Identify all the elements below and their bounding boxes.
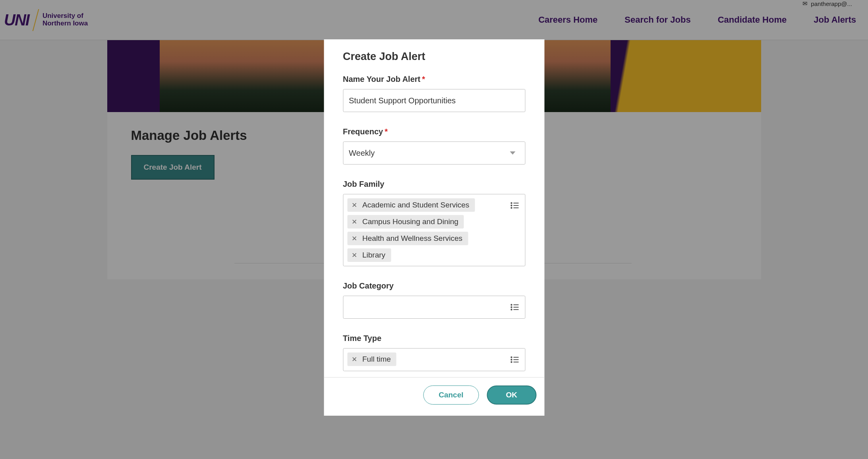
create-job-alert-modal: Create Job Alert Name Your Job Alert* Fr… xyxy=(324,39,544,416)
svg-point-2 xyxy=(511,205,512,206)
chip-label: Health and Wellness Services xyxy=(362,234,462,243)
job-category-label: Job Category xyxy=(343,281,525,291)
chip-label: Full time xyxy=(362,355,391,364)
list-picker-icon[interactable] xyxy=(510,201,519,210)
remove-chip-icon[interactable]: ✕ xyxy=(350,355,358,363)
time-type-multiselect[interactable]: ✕ Full time xyxy=(343,348,525,371)
name-field-group: Name Your Job Alert* xyxy=(343,75,525,112)
remove-chip-icon[interactable]: ✕ xyxy=(350,251,358,259)
chevron-down-icon xyxy=(510,151,515,155)
chip-library: ✕ Library xyxy=(347,248,391,262)
name-label: Name Your Job Alert* xyxy=(343,75,525,84)
list-picker-icon[interactable] xyxy=(510,355,519,364)
chip-academic-student-services: ✕ Academic and Student Services xyxy=(347,198,475,212)
frequency-select[interactable]: Weekly xyxy=(343,141,525,165)
chip-health-wellness: ✕ Health and Wellness Services xyxy=(347,232,468,245)
job-category-multiselect[interactable] xyxy=(343,296,525,319)
svg-point-12 xyxy=(511,357,512,358)
job-category-field-group: Job Category xyxy=(343,281,525,319)
remove-chip-icon[interactable]: ✕ xyxy=(350,201,358,209)
svg-point-4 xyxy=(511,207,512,208)
job-family-multiselect[interactable]: ✕ Academic and Student Services ✕ Campus… xyxy=(343,194,525,266)
time-type-field-group: Time Type ✕ Full time xyxy=(343,334,525,371)
ok-button[interactable]: OK xyxy=(487,385,537,405)
svg-point-8 xyxy=(511,307,512,308)
chip-label: Campus Housing and Dining xyxy=(362,217,458,226)
job-family-chips: ✕ Academic and Student Services ✕ Campus… xyxy=(347,198,505,262)
cancel-button[interactable]: Cancel xyxy=(423,385,479,405)
remove-chip-icon[interactable]: ✕ xyxy=(350,234,358,242)
remove-chip-icon[interactable]: ✕ xyxy=(350,218,358,226)
modal-header: Create Job Alert xyxy=(324,39,544,67)
required-asterisk: * xyxy=(422,75,425,83)
modal-footer: Cancel OK xyxy=(324,377,544,416)
modal-body: Name Your Job Alert* Frequency* Weekly J… xyxy=(324,67,544,375)
chip-label: Academic and Student Services xyxy=(362,201,469,209)
frequency-value: Weekly xyxy=(349,149,375,158)
job-alert-name-input[interactable] xyxy=(343,89,525,112)
svg-point-14 xyxy=(511,359,512,360)
frequency-label: Frequency* xyxy=(343,127,525,136)
list-picker-icon[interactable] xyxy=(510,302,519,312)
svg-point-6 xyxy=(511,304,512,305)
job-family-field-group: Job Family ✕ Academic and Student Servic… xyxy=(343,180,525,266)
svg-point-0 xyxy=(511,203,512,203)
time-type-chips: ✕ Full time xyxy=(347,352,505,366)
required-asterisk: * xyxy=(385,127,388,136)
chip-label: Library xyxy=(362,251,385,260)
time-type-label: Time Type xyxy=(343,334,525,343)
frequency-field-group: Frequency* Weekly xyxy=(343,127,525,165)
job-family-label: Job Family xyxy=(343,180,525,189)
modal-title: Create Job Alert xyxy=(343,50,525,63)
svg-point-10 xyxy=(511,309,512,310)
chip-full-time: ✕ Full time xyxy=(347,352,396,366)
chip-campus-housing-dining: ✕ Campus Housing and Dining xyxy=(347,215,464,229)
svg-point-16 xyxy=(511,362,512,362)
